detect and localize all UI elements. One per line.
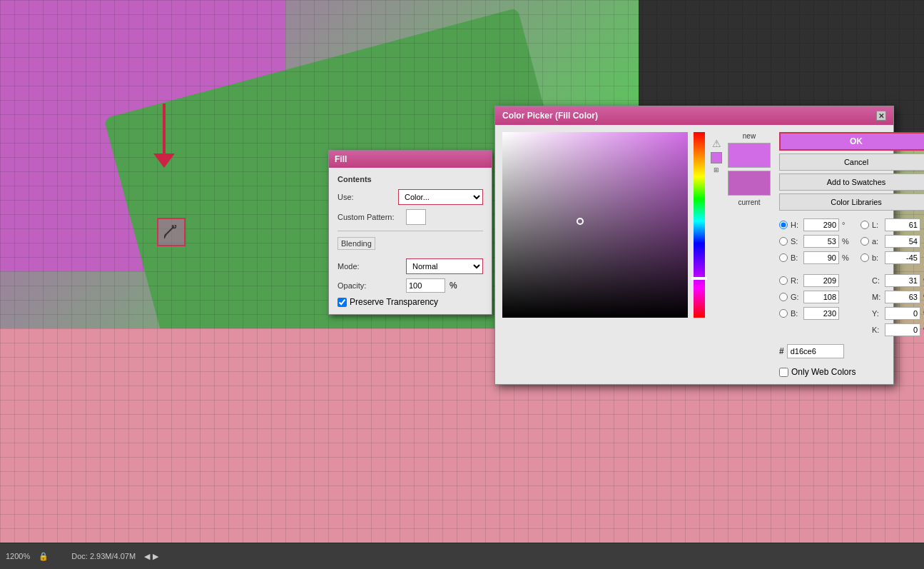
color-picker-title: Color Picker (Fill Color) xyxy=(502,111,598,121)
only-web-colors-checkbox[interactable] xyxy=(779,368,788,377)
ok-button[interactable]: OK xyxy=(779,132,924,151)
color-saturation-brightness-picker[interactable] xyxy=(502,132,688,318)
b3-label: b: xyxy=(872,253,882,262)
b3-input[interactable]: -45 xyxy=(885,251,920,264)
status-icon: 🔒 xyxy=(39,552,49,561)
hue-slider[interactable] xyxy=(694,132,705,318)
fill-dialog-titlebar: Fill xyxy=(329,151,492,168)
hex-label: # xyxy=(779,346,784,356)
use-select[interactable]: Color... Foreground Color Background Col… xyxy=(398,189,483,205)
opacity-input[interactable]: 100 xyxy=(406,278,445,293)
arrow-indicator xyxy=(146,100,182,171)
b2-input[interactable]: 230 xyxy=(803,307,839,320)
fill-dialog-title: Fill xyxy=(335,154,347,164)
prev-arrow[interactable]: ◀ xyxy=(144,552,150,561)
h-radio[interactable] xyxy=(779,221,788,229)
c-input[interactable]: 31 xyxy=(885,274,920,287)
b-radio[interactable] xyxy=(779,253,788,262)
l-radio[interactable] xyxy=(860,221,869,229)
color-picker-close-button[interactable]: ✕ xyxy=(876,111,886,121)
g-radio[interactable] xyxy=(779,293,788,301)
color-picker-titlebar: Color Picker (Fill Color) ✕ xyxy=(495,106,893,125)
mode-label: Mode: xyxy=(337,262,402,271)
svg-line-4 xyxy=(164,235,166,238)
a-input[interactable]: 54 xyxy=(885,235,920,248)
warning-icon: ⚠ xyxy=(712,138,721,149)
h-unit: ° xyxy=(842,221,852,229)
h-label: H: xyxy=(791,221,801,229)
eyedropper-cursor-box xyxy=(157,218,186,246)
color-swatches-column: new current xyxy=(728,132,771,377)
preserve-transparency-label: Preserve Transparency xyxy=(350,297,438,307)
opacity-unit: % xyxy=(450,281,457,291)
current-color-swatch xyxy=(728,171,771,196)
k-label: K: xyxy=(872,326,882,334)
color-picker-dialog: Color Picker (Fill Color) ✕ ⚠ ⊞ new curr… xyxy=(494,106,894,385)
l-input[interactable]: 61 xyxy=(885,218,920,231)
hex-input[interactable]: d16ce6 xyxy=(787,344,844,358)
s-unit: % xyxy=(842,237,852,246)
use-label: Use: xyxy=(337,193,394,201)
s-label: S: xyxy=(791,237,801,246)
r-label: R: xyxy=(791,276,801,285)
a-radio[interactable] xyxy=(860,237,869,246)
g-label: G: xyxy=(791,293,801,301)
doc-info: Doc: 2.93M/4.07M xyxy=(71,552,136,560)
y-input[interactable]: 0 xyxy=(885,307,920,320)
current-label: current xyxy=(728,198,771,206)
fill-dialog: Fill Contents Use: Color... Foreground C… xyxy=(328,150,492,315)
navigation-arrows: ◀ ▶ xyxy=(144,552,158,561)
svg-marker-1 xyxy=(153,153,175,168)
custom-pattern-swatch[interactable] xyxy=(406,209,426,225)
next-arrow[interactable]: ▶ xyxy=(153,552,158,561)
status-bar: 1200% 🔒 Doc: 2.93M/4.07M ◀ ▶ xyxy=(0,543,924,569)
r-input[interactable]: 209 xyxy=(803,274,839,287)
new-label: new xyxy=(728,132,771,140)
extra-icon: ⊞ xyxy=(714,166,719,173)
new-color-swatch xyxy=(728,143,771,168)
preserve-transparency-checkbox[interactable] xyxy=(337,298,347,307)
a-label: a: xyxy=(872,237,882,246)
m-label: M: xyxy=(872,293,882,301)
b-unit: % xyxy=(842,253,852,262)
mode-select[interactable]: Normal Dissolve Multiply xyxy=(406,258,483,274)
blending-label: Blending xyxy=(337,237,375,250)
color-libraries-button[interactable]: Color Libraries xyxy=(779,193,924,211)
s-input[interactable]: 53 xyxy=(803,235,839,248)
h-input[interactable]: 290 xyxy=(803,218,839,231)
color-picker-cursor xyxy=(577,218,584,225)
add-to-swatches-button[interactable]: Add to Swatches xyxy=(779,173,924,191)
k-input[interactable]: 0 xyxy=(885,323,920,336)
c-label: C: xyxy=(872,276,882,285)
b-input[interactable]: 90 xyxy=(803,251,839,264)
l-label: L: xyxy=(872,221,882,229)
b2-label: B: xyxy=(791,309,801,318)
b3-radio[interactable] xyxy=(860,253,869,262)
m-input[interactable]: 63 xyxy=(885,291,920,303)
r-radio[interactable] xyxy=(779,276,788,285)
alert-area: ⚠ ⊞ xyxy=(711,132,722,318)
b-label: B: xyxy=(791,253,801,262)
custom-pattern-label: Custom Pattern: xyxy=(337,213,402,221)
g-input[interactable]: 108 xyxy=(803,291,839,303)
only-web-colors-label: Only Web Colors xyxy=(791,367,856,377)
opacity-label: Opacity: xyxy=(337,281,402,290)
web-color-swatch[interactable] xyxy=(711,152,722,163)
cancel-button[interactable]: Cancel xyxy=(779,153,924,171)
y-label: Y: xyxy=(872,309,882,318)
b2-radio[interactable] xyxy=(779,309,788,318)
zoom-level: 1200% xyxy=(6,552,30,560)
contents-section-label: Contents xyxy=(337,175,483,183)
s-radio[interactable] xyxy=(779,237,788,246)
